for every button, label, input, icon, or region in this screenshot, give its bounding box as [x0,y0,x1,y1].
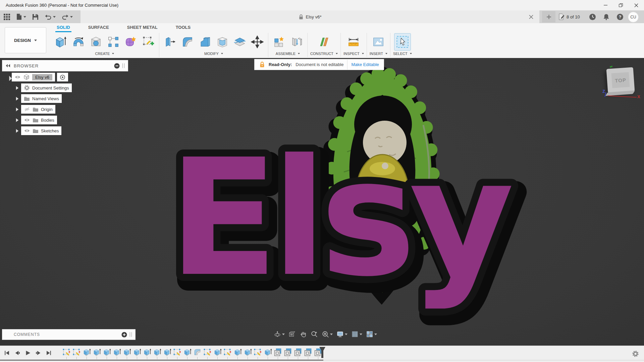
user-avatar[interactable]: CU [628,12,639,22]
timeline-feature-extrude-19[interactable] [243,348,252,357]
step-forward-button[interactable] [34,349,43,357]
eye-icon[interactable] [24,118,30,122]
panel-grip[interactable] [130,332,132,337]
new-tab-button[interactable] [542,11,555,22]
chevron-down-icon[interactable] [53,16,56,18]
select-cursor-tool-button[interactable] [394,34,411,50]
expander-collapsed-icon[interactable] [15,107,19,112]
document-counter[interactable]: 8 of 10 [558,10,580,23]
chevron-down-icon[interactable] [345,334,347,335]
hole-tool-button[interactable] [88,34,104,50]
timeline-feature-extrude-11[interactable] [163,348,172,357]
notifications-button[interactable] [600,10,612,23]
new-component-tool-button[interactable] [271,34,287,50]
chevron-down-icon[interactable] [23,16,26,18]
ribbon-group-label[interactable]: ASSEMBLE [276,52,300,56]
panel-grip[interactable] [122,63,124,68]
timeline-feature-extrude-9[interactable] [143,348,152,357]
ribbon-tab-surface[interactable]: SURFACE [87,23,110,32]
expander-collapsed-icon[interactable] [15,96,19,101]
timeline-playhead[interactable] [319,347,325,359]
view-cube-top-face[interactable]: TOP [606,67,635,93]
timeline-feature-extrude-6[interactable] [112,348,121,357]
tree-row-elsy-v6[interactable]: Elsy v6 [2,72,128,82]
tree-row-origin[interactable]: Origin [2,104,128,114]
timeline-feature-offset-face-24[interactable] [293,348,303,357]
ribbon-tab-solid[interactable]: SOLID [55,23,71,32]
expander-collapsed-icon[interactable] [15,118,19,123]
gear-icon[interactable] [632,350,639,357]
view-cube[interactable]: TOP Z X [602,64,643,101]
viewport-canvas[interactable]: Elsy Elsy Read-Only: Document is not edi… [0,58,644,346]
pattern-tool-button[interactable] [105,34,121,50]
form-tool-button[interactable] [123,34,139,50]
eye-off-icon[interactable] [24,107,30,112]
circle-plus-icon[interactable] [121,332,127,338]
ribbon-tab-sheet-metal[interactable]: SHEET METAL [126,23,159,32]
ribbon-group-label[interactable]: INSERT [370,52,387,56]
chevron-down-icon[interactable] [360,334,362,335]
timeline-feature-offset-face-23[interactable] [283,348,292,357]
timeline-feature-extrude-10[interactable] [153,348,162,357]
ribbon-group-label[interactable]: INSPECT [343,52,364,56]
chevron-down-icon[interactable] [282,334,285,335]
timeline-feature-sketch-20[interactable] [253,348,262,357]
timeline-track-used[interactable] [0,360,323,361]
minimize-button[interactable] [598,0,613,10]
timeline-feature-offset-face-22[interactable] [273,348,282,357]
play-button[interactable] [23,349,32,357]
fillet-tool-button[interactable] [179,34,196,50]
save-button[interactable] [30,12,41,22]
ribbon-group-label[interactable]: SELECT [393,52,412,56]
expander-collapsed-icon[interactable] [15,128,19,133]
construction-plane-tool-button[interactable] [316,34,332,50]
close-button[interactable] [629,0,644,10]
timeline-feature-sketch-2[interactable] [72,348,81,357]
tree-row-named-views[interactable]: Named Views [2,94,128,104]
timeline-feature-extrude-3[interactable] [82,348,91,357]
file-button[interactable] [14,12,29,22]
redo-button[interactable] [59,12,75,22]
eye-icon[interactable] [14,75,21,79]
timeline-feature-extrude-4[interactable] [92,348,101,357]
workspace-selector[interactable]: DESIGN [5,27,46,53]
move-tool-button[interactable] [249,34,265,50]
zoom-button[interactable] [309,329,319,339]
comments-panel[interactable]: COMMENTS [2,329,136,340]
orbit-button[interactable] [272,329,286,339]
target-icon[interactable] [60,74,65,80]
joint-tool-button[interactable] [288,34,305,50]
timeline-feature-extrude-18[interactable] [233,348,242,357]
chevron-down-icon[interactable] [330,334,333,335]
measure-tool-button[interactable] [345,34,362,50]
create-sketch-tool-button[interactable] [140,34,156,50]
extrude-tool-button[interactable] [53,34,69,50]
app-grid-button[interactable] [1,12,12,22]
combine-tool-button[interactable] [197,34,213,50]
ribbon-group-label[interactable]: CREATE [95,52,114,56]
expander-expanded-icon[interactable] [4,73,12,81]
display-settings-button[interactable] [335,329,349,339]
fit-button[interactable] [320,329,334,339]
ribbon-group-label[interactable]: MODIFY [204,52,223,56]
shell-tool-button[interactable] [214,34,230,50]
viewports-button[interactable] [365,329,378,339]
chevron-down-icon[interactable] [374,334,377,335]
eye-icon[interactable] [24,128,30,133]
help-button[interactable]: ? [614,10,626,23]
timeline-feature-extrude-5[interactable] [102,348,111,357]
browser-header[interactable]: BROWSER [2,60,128,71]
timeline-feature-extrude-16[interactable] [213,348,222,357]
go-to-start-button[interactable] [3,349,11,357]
timeline-feature-extrude-21[interactable] [263,348,272,357]
close-tab-button[interactable] [527,13,535,20]
split-body-tool-button[interactable] [232,34,248,50]
timeline-feature-sketch-15[interactable] [203,348,212,357]
job-status-button[interactable] [586,10,598,23]
revolve-tool-button[interactable] [70,34,87,50]
step-back-button[interactable] [13,349,22,357]
look-at-button[interactable] [287,329,297,339]
press-pull-tool-button[interactable] [162,34,178,50]
tree-row-bodies[interactable]: Bodies [2,115,128,125]
ribbon-tab-tools[interactable]: TOOLS [174,23,192,32]
